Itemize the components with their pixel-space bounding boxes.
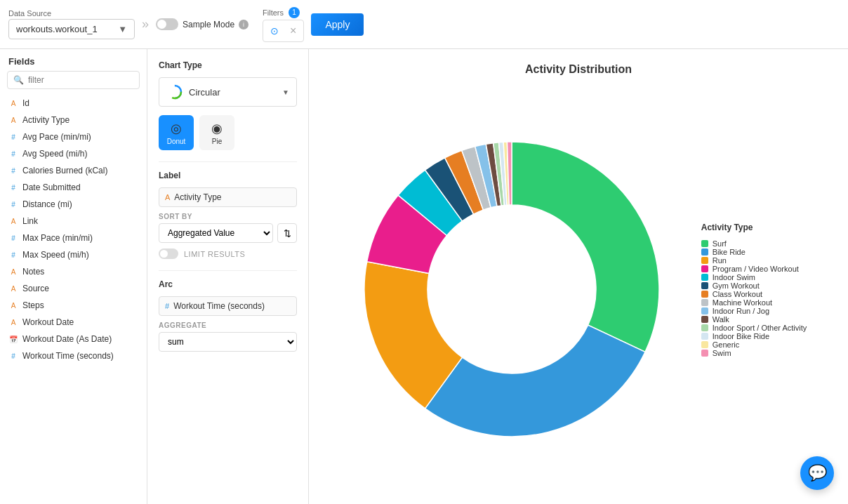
field-name: Steps [22,300,44,310]
label-section-title: Label [159,171,297,180]
fields-search-input[interactable] [28,75,133,85]
field-type-icon: A [8,268,18,276]
sort-select[interactable]: Aggregated Value [159,223,273,243]
arc-section-title: Arc [159,279,297,289]
aggregate-label: AGGREGATE [159,321,297,329]
field-name: Date Submitted [22,183,81,192]
limit-results-toggle[interactable] [159,248,178,259]
pie-icon: ◉ [211,121,223,136]
sample-mode-toggle[interactable] [156,18,178,30]
field-item[interactable]: A Steps [0,297,147,314]
fields-list: A Id A Activity Type # Avg Pace (min/mi)… [0,95,147,504]
field-type-icon: # [8,133,18,141]
arc-field-name: Workout Time (seconds) [173,301,265,311]
legend-color [701,265,708,272]
sample-mode-group: Sample Mode i [156,18,249,30]
chart-type-select[interactable]: Circular ▼ [159,77,297,107]
main-layout: Fields 🔍 A Id A Activity Type # Avg Pace… [0,49,848,504]
arc-section: Arc # Workout Time (seconds) AGGREGATE s… [159,279,297,352]
field-item[interactable]: A Workout Date [0,314,147,331]
aggregate-select[interactable]: sum [159,332,297,352]
pie-subtype-button[interactable]: ◉ Pie [199,115,234,150]
field-name: Workout Time (seconds) [22,351,114,361]
data-source-value: workouts.workout_1 [16,24,98,34]
field-item[interactable]: # Max Speed (mi/h) [0,246,147,263]
field-item[interactable]: 📅 Workout Date (As Date) [0,331,147,347]
field-name: Notes [22,267,44,277]
divider-2 [159,270,297,271]
field-name: Workout Date (As Date) [22,334,112,344]
field-name: Activity Type [22,115,69,125]
legend-item: Indoor Run / Jog [701,307,807,315]
label-field: A Activity Type [159,187,297,207]
legend-title: Activity Type [701,223,807,232]
sort-order-button[interactable]: ⇅ [277,223,297,243]
legend-label: Machine Workout [713,298,772,307]
field-type-icon: # [8,150,18,158]
legend-item: Program / Video Workout [701,265,807,273]
data-source-select[interactable]: workouts.workout_1 ▼ [8,19,135,39]
sort-row: Aggregated Value ⇅ [159,223,297,243]
apply-button[interactable]: Apply [311,13,364,36]
legend-item: Machine Workout [701,298,807,307]
legend-label: Run [713,256,727,265]
legend-color [701,324,708,331]
legend-color [701,291,708,298]
field-type-icon: A [8,100,18,107]
sample-mode-label: Sample Mode [183,20,234,29]
field-item[interactable]: A Activity Type [0,112,147,128]
filter-bar[interactable]: ⊙ × [263,20,304,42]
field-name: Avg Speed (mi/h) [22,149,88,159]
legend-color [701,274,708,281]
field-type-icon: A [8,117,18,124]
legend-label: Bike Ride [713,248,746,256]
legend-label: Swim [713,349,731,357]
arc-field: # Workout Time (seconds) [159,296,297,316]
field-item[interactable]: # Distance (mi) [0,196,147,213]
legend-item: Walk [701,315,807,324]
fields-title: Fields [0,49,147,71]
clear-filter-icon[interactable]: × [290,25,296,37]
field-item[interactable]: # Date Submitted [0,179,147,196]
field-type-icon: # [8,201,18,208]
legend-color [701,316,708,323]
legend-label: Program / Video Workout [713,265,799,273]
legend-label: Surf [713,239,727,248]
field-type-icon: A [8,218,18,225]
sample-mode-info-icon[interactable]: i [239,20,249,29]
arc-field-type-icon: # [165,302,169,310]
fields-panel: Fields 🔍 A Id A Activity Type # Avg Pace… [0,49,147,504]
field-name: Max Speed (mi/h) [22,250,89,260]
donut-subtype-button[interactable]: ◎ Donut [159,115,194,150]
chat-button[interactable]: 💬 [800,456,834,490]
field-item[interactable]: A Id [0,95,147,112]
field-name: Avg Pace (min/mi) [22,132,91,142]
legend-item: Indoor Sport / Other Activity [701,324,807,332]
chart-subtypes: ◎ Donut ◉ Pie [159,115,297,150]
donut-svg [350,128,673,451]
donut-icon: ◎ [171,121,182,136]
field-item[interactable]: # Avg Speed (mi/h) [0,145,147,162]
legend-label: Indoor Run / Jog [713,307,769,315]
field-item[interactable]: # Workout Time (seconds) [0,347,147,364]
divider-1 [159,161,297,162]
legend-color [701,341,708,348]
field-type-icon: 📅 [8,336,18,343]
legend-item: Generic [701,340,807,349]
field-name: Source [22,284,49,293]
field-type-icon: # [8,251,18,259]
legend-color [701,282,708,289]
field-item[interactable]: # Avg Pace (min/mi) [0,128,147,145]
field-item[interactable]: A Link [0,213,147,230]
fields-search-box[interactable]: 🔍 [7,71,140,89]
field-item[interactable]: # Max Pace (min/mi) [0,230,147,246]
field-item[interactable]: # Calories Burned (kCal) [0,162,147,179]
legend-color [701,257,708,264]
search-icon: 🔍 [13,75,24,85]
arrow-connector-icon: » [142,17,149,32]
chevron-down-icon: ▼ [118,24,127,34]
label-field-type-icon: A [165,193,170,201]
field-item[interactable]: A Notes [0,263,147,280]
field-item[interactable]: A Source [0,280,147,297]
chart-type-chevron-icon: ▼ [282,88,289,96]
